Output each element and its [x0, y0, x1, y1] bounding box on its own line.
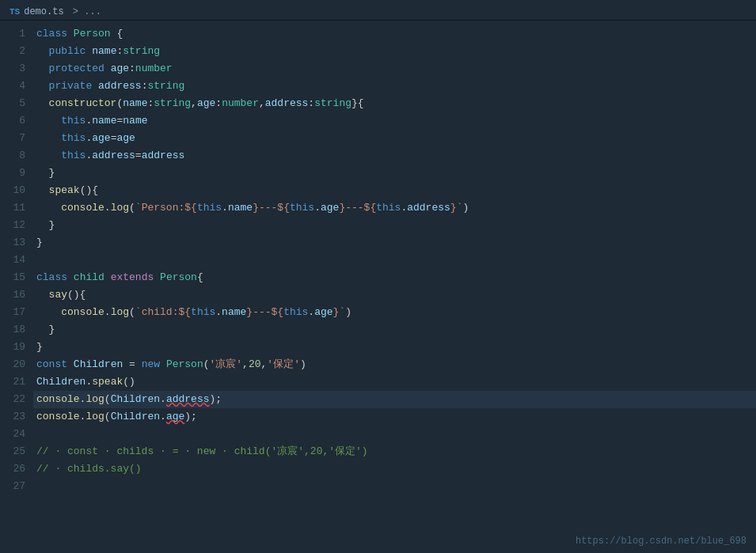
token-fn: log [85, 391, 104, 408]
token-type: Person [74, 25, 111, 43]
token-plain: . [222, 199, 228, 217]
token-str: '凉宸' [210, 356, 243, 373]
line-number: 23 [0, 408, 25, 426]
token-tmpl: `Person:${ [135, 199, 197, 217]
token-plain: = [135, 147, 142, 165]
token-prop: name [123, 112, 147, 130]
token-type: string [314, 95, 351, 112]
code-line: } [33, 339, 756, 356]
code-line: console.log(`Person:${this.name}---${thi… [33, 199, 756, 217]
code-line: class child extends Person{ [33, 269, 756, 286]
token-prop: address [407, 199, 450, 217]
code-line: console.log(`child:${this.name}---${this… [33, 304, 756, 321]
code-area: 1234567891011121314151617181920212223242… [0, 21, 756, 553]
token-plain [92, 78, 98, 95]
token-plain [67, 356, 74, 373]
token-prop: name [92, 112, 116, 130]
code-lines: class Person { public name:string protec… [33, 21, 756, 553]
token-plain: : [116, 43, 123, 60]
token-plain: } [36, 217, 55, 234]
token-fn: constructor [49, 95, 117, 112]
token-tmpl: `child:${ [135, 304, 191, 321]
token-plain: , [242, 356, 249, 373]
token-fn: speak [92, 373, 123, 391]
token-num: 20 [249, 356, 261, 373]
code-line: this.age=age [33, 130, 756, 147]
line-number: 21 [0, 373, 25, 391]
code-line: // · childs.say() [33, 460, 756, 478]
token-fn: say [49, 286, 67, 304]
token-plain: ( [129, 199, 135, 217]
line-number: 22 [0, 391, 25, 408]
token-plain [36, 60, 49, 78]
line-number: 15 [0, 269, 25, 286]
token-plain: , [259, 95, 265, 112]
token-prop: address [98, 78, 142, 95]
token-tmpl: }---${ [246, 304, 283, 321]
token-plain [36, 78, 49, 95]
code-line: public name:string [33, 43, 756, 60]
token-plain: : [308, 95, 314, 112]
line-number: 5 [0, 95, 25, 112]
token-this-kw: this [290, 199, 314, 217]
token-squiggle-prop: age [166, 408, 184, 426]
token-this-kw: this [283, 304, 308, 321]
token-kw: new [142, 356, 160, 373]
token-plain: (){ [67, 286, 85, 304]
token-plain: ( [129, 304, 135, 321]
line-number: 17 [0, 304, 25, 321]
token-plain: , [261, 356, 268, 373]
token-type: string [154, 95, 191, 112]
token-plain [36, 43, 49, 60]
line-number: 14 [0, 252, 25, 269]
line-number: 7 [0, 130, 25, 147]
token-plain: ) [345, 304, 351, 321]
token-plain: { [197, 269, 203, 286]
line-number: 10 [0, 182, 25, 199]
token-plain [36, 286, 49, 304]
code-line: private address:string [33, 78, 756, 95]
token-plain: }{ [351, 95, 364, 112]
token-prop: address [142, 147, 185, 165]
line-numbers: 1234567891011121314151617181920212223242… [0, 21, 33, 553]
code-line [33, 426, 756, 443]
editor-container: TS demo.ts > ... 12345678910111213141516… [0, 0, 756, 553]
token-fn: console [61, 199, 104, 217]
token-plain [36, 182, 49, 199]
token-tmpl: ` [457, 199, 463, 217]
token-plain: } [36, 234, 43, 252]
token-plain: . [308, 304, 314, 321]
code-line: // · const · childs · = · new · child('凉… [33, 443, 756, 460]
token-plain: { [111, 25, 123, 43]
token-plain: . [104, 199, 111, 217]
token-plain: : [129, 60, 135, 78]
line-number: 1 [0, 25, 25, 43]
token-prop: address [92, 147, 135, 165]
token-fn: console [36, 408, 80, 426]
token-plain: () [123, 373, 135, 391]
token-plain: . [160, 408, 166, 426]
code-line: say(){ [33, 286, 756, 304]
line-number: 12 [0, 217, 25, 234]
token-kw: class [36, 25, 67, 43]
filename: demo.ts [24, 6, 63, 17]
token-tmpl: }---${ [253, 199, 290, 217]
token-type: Person [160, 269, 197, 286]
token-plain [67, 269, 74, 286]
token-fn: console [36, 391, 80, 408]
code-line: } [33, 234, 756, 252]
code-line: Children.speak() [33, 373, 756, 391]
token-plain: ( [116, 95, 123, 112]
code-line: class Person { [33, 25, 756, 43]
token-tmpl: }---${ [339, 199, 376, 217]
code-line: constructor(name:string,age:number,addre… [33, 95, 756, 112]
token-plain [36, 112, 61, 130]
token-this-kw: this [376, 199, 401, 217]
token-var-name: Children [111, 408, 160, 426]
breadcrumb: > ... [67, 6, 101, 17]
line-number: 26 [0, 460, 25, 478]
token-this-kw: this [61, 112, 85, 130]
token-plain [36, 304, 61, 321]
token-prop: name [228, 199, 253, 217]
token-fn: speak [49, 182, 80, 199]
